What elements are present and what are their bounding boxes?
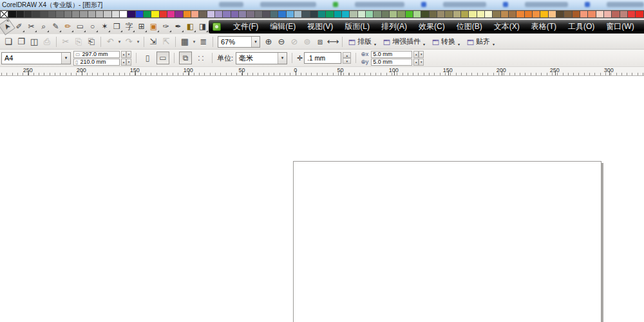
color-swatch[interactable] xyxy=(460,10,469,18)
color-swatch[interactable] xyxy=(325,10,334,18)
duplicate-y-field[interactable]: 5.0 mm xyxy=(371,59,412,66)
chevron-down-icon[interactable]: ▾ xyxy=(61,53,70,64)
color-swatch[interactable] xyxy=(32,10,40,18)
chevron-down-icon[interactable]: ▾ xyxy=(251,37,260,47)
color-swatch[interactable] xyxy=(222,10,231,18)
color-swatch[interactable] xyxy=(103,10,111,18)
color-swatch[interactable] xyxy=(334,10,342,18)
color-swatch[interactable] xyxy=(341,10,350,18)
freehand-tool[interactable]: ✎ xyxy=(50,21,62,33)
color-swatch[interactable] xyxy=(389,10,397,18)
color-swatch[interactable] xyxy=(477,10,485,18)
menu-item[interactable]: 版面(L) xyxy=(339,20,375,33)
landscape-button[interactable]: ▭ xyxy=(156,52,169,64)
color-swatch[interactable] xyxy=(508,10,516,18)
color-swatch[interactable] xyxy=(596,10,604,18)
color-swatch[interactable] xyxy=(40,10,48,18)
color-swatch[interactable] xyxy=(48,10,56,18)
basic-shapes-tool[interactable]: ❒ xyxy=(111,21,123,33)
color-swatch[interactable] xyxy=(71,10,80,18)
color-swatch[interactable] xyxy=(381,10,390,18)
zoom-to-all-button[interactable]: ⊚ xyxy=(301,36,313,48)
color-swatch[interactable] xyxy=(405,10,413,18)
fill-tool[interactable]: ◧ xyxy=(184,21,196,33)
menu-item[interactable]: 帮助(H) xyxy=(640,20,644,33)
polygon-tool[interactable]: ✶ xyxy=(99,21,111,33)
redo-button[interactable]: ↷ xyxy=(123,36,135,48)
color-swatch[interactable] xyxy=(413,10,421,18)
menu-item[interactable]: 位图(B) xyxy=(451,20,488,33)
color-swatch[interactable] xyxy=(301,10,310,18)
redo-dropdown-icon[interactable]: ▾ xyxy=(136,39,140,44)
color-swatch[interactable] xyxy=(278,10,286,18)
canvas[interactable] xyxy=(0,76,644,322)
color-swatch[interactable] xyxy=(262,10,270,18)
paper-width-field[interactable]: ▭ 297.0 mm xyxy=(73,51,120,58)
color-swatch[interactable] xyxy=(231,10,239,18)
menu-item[interactable]: 效果(C) xyxy=(413,20,451,33)
snap-button[interactable]: 🗔 贴齐 ▾ xyxy=(464,35,498,48)
color-swatch[interactable] xyxy=(238,10,247,18)
cut-button[interactable]: ✂ xyxy=(60,36,71,48)
color-swatch[interactable] xyxy=(349,10,357,18)
app-launcher-dropdown-icon[interactable]: ▾ xyxy=(192,39,196,44)
paper-type-combobox[interactable]: A4 ▾ xyxy=(1,52,71,64)
all-pages-button[interactable]: ⧉ xyxy=(179,52,192,64)
zoom-tool[interactable]: ⌕ xyxy=(37,21,50,33)
layout-button[interactable]: 🗔 排版 ▾ xyxy=(346,35,379,48)
color-swatch[interactable] xyxy=(484,10,493,18)
color-swatch[interactable] xyxy=(444,10,453,18)
undo-button[interactable]: ↶ xyxy=(104,36,116,48)
table-tool[interactable]: ⊞ xyxy=(135,21,147,33)
crop-tool[interactable]: ✂ xyxy=(25,21,37,33)
color-swatch[interactable] xyxy=(95,10,104,18)
color-swatch[interactable] xyxy=(207,10,215,18)
color-swatch[interactable] xyxy=(214,10,223,18)
color-swatch[interactable] xyxy=(198,10,207,18)
zoom-to-selection-button[interactable]: ⊘ xyxy=(289,36,300,48)
save-button[interactable]: ◫ xyxy=(28,36,40,48)
nudge-offset-spinner[interactable]: ▴▾ xyxy=(343,52,351,64)
color-swatch[interactable] xyxy=(620,10,628,18)
eyedropper-tool[interactable]: ✑ xyxy=(160,21,172,33)
color-swatch[interactable] xyxy=(159,10,167,18)
color-swatch[interactable] xyxy=(587,10,596,18)
print-button[interactable]: ⎙ xyxy=(41,36,53,48)
menu-item[interactable]: 排列(A) xyxy=(375,20,413,33)
duplicate-x-field[interactable]: 5.0 mm xyxy=(371,51,412,58)
color-swatch[interactable] xyxy=(453,10,461,18)
color-swatch[interactable] xyxy=(516,10,524,18)
color-swatch[interactable] xyxy=(191,10,199,18)
smart-fill-tool[interactable]: ✏ xyxy=(62,21,74,33)
portrait-button[interactable]: ▯ xyxy=(141,52,154,64)
color-swatch[interactable] xyxy=(183,10,191,18)
color-swatch[interactable] xyxy=(627,10,636,18)
paper-width-spinner[interactable]: ▴▾ xyxy=(121,51,131,58)
color-swatch[interactable] xyxy=(294,10,302,18)
interactive-fill-tool[interactable]: ◨ xyxy=(196,21,209,33)
color-swatch[interactable] xyxy=(64,10,72,18)
color-swatch[interactable] xyxy=(572,10,580,18)
welcome-screen-button[interactable]: ≣ xyxy=(198,36,209,48)
chevron-down-icon[interactable]: ▾ xyxy=(278,53,287,64)
duplicate-y-spinner[interactable]: ▴▾ xyxy=(413,59,424,66)
color-swatch[interactable] xyxy=(548,10,556,18)
no-color-swatch[interactable] xyxy=(0,10,8,18)
zoom-out-button[interactable]: ⊖ xyxy=(276,36,287,48)
menu-item[interactable]: 工具(O) xyxy=(562,20,600,33)
paper-height-spinner[interactable]: ▴▾ xyxy=(121,59,131,66)
blend-tool[interactable]: ▣ xyxy=(147,21,160,33)
color-swatch[interactable] xyxy=(564,10,572,18)
duplicate-x-spinner[interactable]: ▴▾ xyxy=(413,51,424,58)
color-swatch[interactable] xyxy=(556,10,564,18)
color-swatch[interactable] xyxy=(16,10,24,18)
color-swatch[interactable] xyxy=(611,10,620,18)
color-swatch[interactable] xyxy=(635,10,643,18)
page[interactable] xyxy=(293,161,601,322)
shape-tool[interactable]: ✐ xyxy=(13,21,25,33)
color-swatch[interactable] xyxy=(127,10,135,18)
undo-dropdown-icon[interactable]: ▾ xyxy=(117,39,122,44)
color-swatch[interactable] xyxy=(437,10,445,18)
color-swatch[interactable] xyxy=(55,10,64,18)
rectangle-tool[interactable]: ▭ xyxy=(74,21,86,33)
